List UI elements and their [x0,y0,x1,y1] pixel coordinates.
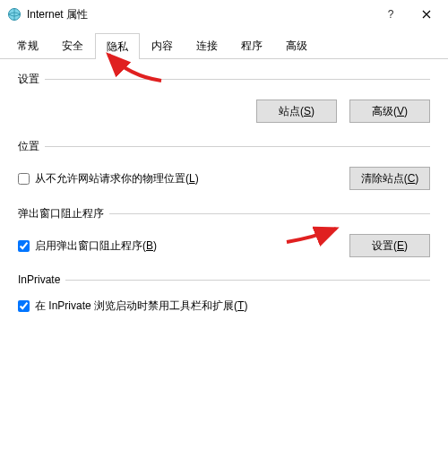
tab-content[interactable]: 内容 [140,32,185,58]
tab-privacy[interactable]: 隐私 [95,33,140,59]
inprivate-disable-toolbars-checkbox[interactable]: 在 InPrivate 浏览启动时禁用工具栏和扩展(T) [18,299,430,314]
section-label: InPrivate [18,273,60,286]
popup-settings-button[interactable]: 设置(E) [349,234,430,257]
divider [109,213,430,214]
checkbox-input[interactable] [18,240,30,252]
titlebar: Internet 属性 ? [0,0,448,29]
tabs: 常规 安全 隐私 内容 连接 程序 高级 [0,32,448,59]
tab-advanced[interactable]: 高级 [274,32,319,58]
advanced-button[interactable]: 高级(V) [349,100,430,123]
enable-popup-blocker-checkbox[interactable]: 启用弹出窗口阻止程序(B) [18,238,349,254]
divider [45,79,430,80]
sites-button[interactable]: 站点(S) [256,100,337,123]
clear-sites-button[interactable]: 清除站点(C) [349,167,430,190]
divider [45,146,430,147]
tab-security[interactable]: 安全 [50,32,95,58]
internet-options-icon [7,7,22,22]
checkbox-label: 启用弹出窗口阻止程序(B) [35,238,157,254]
section-popup-blocker: 弹出窗口阻止程序 启用弹出窗口阻止程序(B) 设置(E) [18,206,430,257]
checkbox-input[interactable] [18,173,30,185]
checkbox-input[interactable] [18,300,30,312]
tab-connections[interactable]: 连接 [185,32,229,58]
close-button[interactable] [409,2,444,27]
help-button[interactable]: ? [373,2,409,27]
section-settings: 设置 站点(S) 高级(V) [18,72,430,123]
section-label: 弹出窗口阻止程序 [18,206,104,221]
section-label: 设置 [18,72,39,87]
never-allow-location-checkbox[interactable]: 从不允许网站请求你的物理位置(L) [18,171,349,186]
checkbox-label: 在 InPrivate 浏览启动时禁用工具栏和扩展(T) [35,299,247,314]
checkbox-label: 从不允许网站请求你的物理位置(L) [35,171,199,186]
divider [65,280,430,281]
tab-general[interactable]: 常规 [5,32,50,58]
tab-pane-privacy: 设置 站点(S) 高级(V) 位置 从不允许网站请求你的物理位置(L) 清除站点… [0,59,448,342]
section-inprivate: InPrivate 在 InPrivate 浏览启动时禁用工具栏和扩展(T) [18,273,430,314]
section-label: 位置 [18,139,39,154]
tab-programs[interactable]: 程序 [229,32,274,58]
window-title: Internet 属性 [27,7,373,22]
section-location: 位置 从不允许网站请求你的物理位置(L) 清除站点(C) [18,139,430,190]
